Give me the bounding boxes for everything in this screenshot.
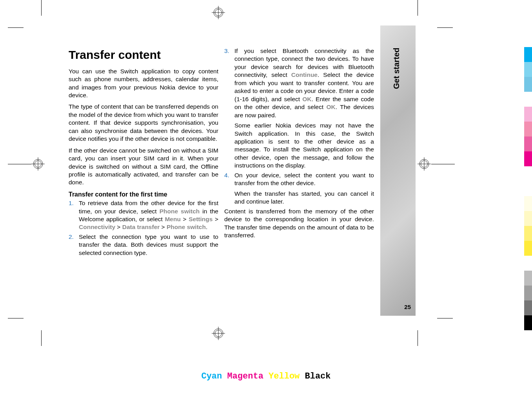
sep: > bbox=[212, 216, 218, 222]
step-item: 4. On your device, select the content yo… bbox=[224, 171, 374, 206]
crop-mark bbox=[41, 0, 42, 16]
step-number: 3. bbox=[224, 47, 229, 55]
step-text: On your device, select the content you w… bbox=[234, 172, 374, 186]
section-tab-label: Get started bbox=[392, 47, 401, 89]
ui-label: Settings bbox=[189, 216, 212, 222]
cmyk-magenta: Magenta bbox=[227, 371, 263, 381]
ui-label: Connectivity bbox=[79, 224, 115, 230]
column-left: Transfer content You can use the Switch … bbox=[69, 47, 218, 258]
body-paragraph: You can use the Switch application to co… bbox=[69, 67, 218, 100]
crop-mark bbox=[431, 164, 455, 164]
registration-mark-icon bbox=[212, 6, 225, 19]
ui-label: Menu bbox=[165, 216, 180, 222]
step-number: 4. bbox=[224, 171, 229, 179]
registration-mark-icon bbox=[31, 157, 45, 171]
crop-mark bbox=[8, 318, 24, 318]
ui-label: Continue bbox=[291, 71, 318, 78]
page-number: 25 bbox=[404, 304, 411, 310]
step-subtext: When the transfer has started, you can c… bbox=[234, 190, 374, 206]
step-number: 2. bbox=[69, 233, 74, 241]
step-item: 1. To retrieve data from the other devic… bbox=[69, 199, 218, 231]
subheading: Transfer content for the first time bbox=[69, 190, 218, 198]
step-text: Select the connection type you want to u… bbox=[79, 233, 218, 256]
ui-label: Phone switch bbox=[167, 224, 206, 230]
ui-label: OK bbox=[302, 96, 311, 102]
crop-mark bbox=[41, 330, 42, 346]
steps-list: 1. To retrieve data from the other devic… bbox=[69, 199, 218, 257]
registration-mark-icon bbox=[418, 157, 431, 171]
step-item: 2. Select the connection type you want t… bbox=[69, 233, 218, 257]
step-subtext: Some earlier Nokia devices may not have … bbox=[234, 122, 374, 170]
crop-mark bbox=[8, 27, 24, 28]
registration-mark-icon bbox=[212, 327, 225, 340]
crop-mark bbox=[418, 0, 418, 16]
page-title: Transfer content bbox=[69, 47, 218, 63]
step-text: . bbox=[206, 224, 207, 230]
ui-label: Data transfer bbox=[122, 224, 160, 230]
crop-mark bbox=[8, 164, 31, 164]
sep: > bbox=[181, 216, 189, 222]
cmyk-yellow: Yellow bbox=[269, 371, 300, 381]
crop-mark bbox=[418, 330, 418, 346]
body-paragraph: Content is transferred from the memory o… bbox=[224, 207, 374, 240]
cmyk-footer: Cyan Magenta Yellow Black bbox=[0, 371, 532, 381]
cmyk-cyan: Cyan bbox=[201, 371, 222, 381]
step-number: 1. bbox=[69, 199, 74, 207]
section-tab: Get started 25 bbox=[380, 25, 416, 316]
steps-list-continued: 3. If you select Bluetooth connectivity … bbox=[224, 47, 374, 206]
ui-label: Phone switch bbox=[160, 208, 200, 215]
cmyk-black: Black bbox=[305, 371, 331, 381]
ui-label: OK bbox=[327, 104, 336, 110]
body-paragraph: The type of content that can be transfer… bbox=[69, 103, 218, 143]
column-right: 3. If you select Bluetooth connectivity … bbox=[224, 47, 374, 258]
body-paragraph: If the other device cannot be switched o… bbox=[69, 147, 218, 187]
sep: > bbox=[160, 224, 167, 230]
crop-mark bbox=[437, 318, 453, 318]
color-calibration-bars bbox=[524, 47, 532, 330]
crop-mark bbox=[437, 27, 453, 28]
page-body: Transfer content You can use the Switch … bbox=[69, 47, 374, 258]
step-item: 3. If you select Bluetooth connectivity … bbox=[224, 47, 374, 170]
sep: > bbox=[115, 224, 122, 230]
